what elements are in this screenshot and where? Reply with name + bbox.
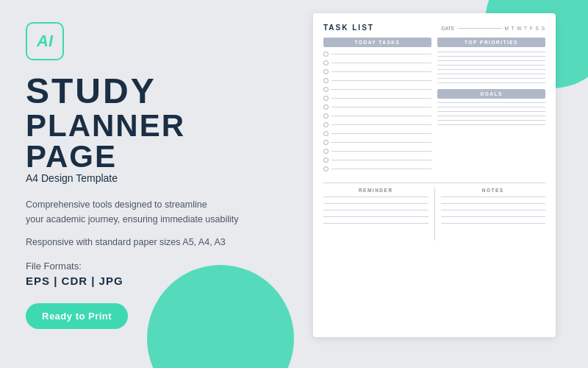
- bottom-line: [323, 223, 429, 224]
- top-priorities-header: TOP PRIORITIES: [437, 38, 545, 47]
- goals-header: GOALS: [437, 89, 545, 99]
- ai-logo: AI: [26, 22, 64, 60]
- priority-line: [437, 60, 545, 61]
- task-circle: [323, 140, 329, 145]
- priority-line: [437, 74, 545, 74]
- columns-header: TODAY TASKS TOP PRIORITIES: [323, 38, 545, 47]
- goal-line: [437, 107, 545, 107]
- task-card-header: TASK LIST DATE M T W T F S S: [323, 24, 545, 32]
- date-underline: [458, 28, 502, 29]
- task-circle: [323, 158, 329, 163]
- main-container: AI STUDY PLANNER PAGE A4 Design Template…: [0, 0, 588, 368]
- title-planner-page: PLANNER PAGE: [26, 110, 261, 172]
- task-row: [323, 69, 431, 74]
- task-row: [323, 52, 431, 57]
- task-row: [323, 105, 431, 110]
- task-line: [331, 98, 431, 99]
- task-row: [323, 140, 431, 145]
- task-line: [331, 71, 431, 72]
- today-tasks-header: TODAY TASKS: [323, 38, 431, 47]
- date-line: DATE M T W T F S S: [441, 26, 545, 31]
- task-row: [323, 78, 431, 83]
- task-row: [323, 87, 431, 92]
- file-formats-label: File Formats:: [26, 261, 261, 272]
- bottom-line: [441, 203, 546, 204]
- date-label: DATE: [441, 26, 454, 31]
- priority-line: [437, 65, 545, 66]
- task-row: [323, 158, 431, 163]
- right-panel: TASK LIST DATE M T W T F S S TODAY TASKS…: [287, 0, 588, 368]
- goal-line: [437, 102, 545, 103]
- notes-lines: [441, 197, 546, 241]
- priority-line: [437, 82, 545, 83]
- description: Comprehensive tools designed to streamli…: [26, 197, 261, 227]
- responsive-text: Responsive with standard paper sizes A5,…: [26, 237, 261, 247]
- task-line: [331, 133, 431, 134]
- bottom-line: [323, 197, 429, 197]
- notes-header: NOTES: [441, 188, 546, 193]
- task-circle: [323, 96, 329, 101]
- task-row: [323, 131, 431, 136]
- bottom-line: [441, 216, 546, 217]
- task-row: [323, 166, 431, 171]
- priority-line: [437, 78, 545, 79]
- priority-line: [437, 69, 545, 70]
- ready-to-print-button[interactable]: Ready to Print: [26, 303, 128, 329]
- task-circle: [323, 149, 329, 154]
- task-circle: [323, 105, 329, 110]
- task-circle: [323, 87, 329, 92]
- tasks-column: [323, 52, 431, 175]
- task-list-title: TASK LIST: [323, 24, 374, 32]
- bottom-line: [441, 210, 546, 210]
- task-line: [331, 89, 431, 90]
- notes-column: NOTES: [441, 188, 546, 241]
- task-circle: [323, 131, 329, 136]
- task-line: [331, 63, 431, 63]
- task-line: [331, 151, 431, 152]
- priority-line: [437, 56, 545, 57]
- task-line: [331, 116, 431, 116]
- task-line: [331, 169, 431, 169]
- task-circle: [323, 52, 329, 57]
- file-formats-values: EPS | CDR | JPG: [26, 275, 261, 287]
- ai-logo-text: AI: [37, 32, 53, 51]
- goal-line: [437, 116, 545, 116]
- task-row: [323, 113, 431, 118]
- task-line: [331, 160, 431, 160]
- goal-line: [437, 124, 545, 125]
- task-content-area: GOALS: [323, 52, 545, 175]
- days-label: M T W T F S S: [505, 26, 546, 31]
- bottom-line: [441, 223, 546, 224]
- task-circle: [323, 113, 329, 118]
- task-line: [331, 54, 431, 54]
- task-line: [331, 80, 431, 81]
- task-circle: [323, 69, 329, 74]
- bottom-line: [323, 203, 429, 204]
- bottom-line: [441, 197, 546, 197]
- title-study: STUDY: [26, 74, 261, 109]
- bottom-line: [323, 210, 429, 210]
- task-row: [323, 149, 431, 154]
- task-line: [331, 142, 431, 143]
- left-panel: AI STUDY PLANNER PAGE A4 Design Template…: [0, 0, 287, 368]
- subtitle: A4 Design Template: [26, 172, 261, 184]
- reminder-column: REMINDER: [323, 188, 429, 241]
- reminder-header: REMINDER: [323, 188, 429, 193]
- goal-line: [437, 120, 545, 121]
- priorities-column: GOALS: [437, 52, 545, 175]
- task-circle: [323, 60, 329, 66]
- task-circle: [323, 166, 329, 171]
- task-row: [323, 122, 431, 127]
- goal-line: [437, 111, 545, 112]
- task-circle: [323, 78, 329, 83]
- priority-line: [437, 52, 545, 52]
- task-line: [331, 107, 431, 107]
- bottom-line: [323, 216, 429, 217]
- task-circle: [323, 122, 329, 127]
- reminder-lines: [323, 197, 429, 241]
- task-row: [323, 60, 431, 66]
- task-row: [323, 96, 431, 101]
- bottom-divider: [434, 188, 435, 241]
- task-card: TASK LIST DATE M T W T F S S TODAY TASKS…: [313, 13, 556, 337]
- bottom-section: REMINDER NOTES: [323, 183, 545, 241]
